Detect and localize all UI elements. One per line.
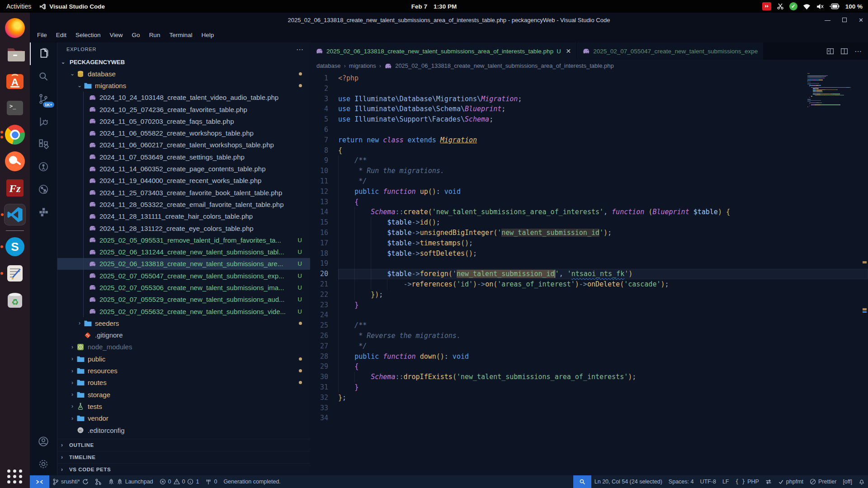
tree-file--gitignore[interactable]: .gitignore — [57, 329, 310, 341]
code-editor[interactable]: 1<?php23use Illuminate\Database\Migratio… — [310, 72, 868, 475]
tree-folder-migrations[interactable]: ⌄migrations — [57, 80, 310, 91]
code-line-32[interactable]: 32}; — [310, 393, 868, 403]
code-line-7[interactable]: 7return new class extends Migration — [310, 135, 868, 145]
restore-button[interactable] — [842, 18, 847, 22]
tree-file-2024-10-24-103148-create-talent-video-audio-table-php[interactable]: 2024_10_24_103148_create_talent_video_au… — [57, 92, 310, 103]
code-line-25[interactable]: 25 /** — [310, 320, 868, 331]
breadcrumb-item[interactable]: migrations — [349, 62, 376, 69]
status-launchpad[interactable]: Launchpad — [105, 475, 156, 488]
activity-run-debug-icon[interactable] — [30, 110, 57, 133]
status-status-message[interactable]: Generation completed. — [220, 475, 283, 488]
status-problems[interactable]: 001 — [156, 475, 203, 488]
status-encoding[interactable]: UTF-8 — [697, 475, 719, 488]
menu-run[interactable]: Run — [145, 29, 165, 41]
status-remote[interactable] — [30, 475, 49, 488]
code-line-34[interactable]: 34 — [310, 413, 868, 423]
tree-file-2025-02-05-095531-remove-talent-id-from-favorites-ta[interactable]: 2025_02_05_095531_remove_talent_id_from_… — [57, 234, 310, 246]
tree-file-2025-02-07-055306-create-new-talent-submissions-ima[interactable]: 2025_02_07_055306_create_new_talent_subm… — [57, 282, 310, 293]
split-editor-button[interactable] — [840, 47, 848, 55]
status-search-status[interactable] — [573, 475, 591, 488]
activity-account-icon[interactable] — [30, 430, 57, 453]
code-line-26[interactable]: 26 * Reverse the migrations. — [310, 331, 868, 341]
status-git-branch[interactable]: srushti* — [49, 475, 92, 488]
code-line-19[interactable]: 19 — [310, 258, 868, 269]
menu-view[interactable]: View — [105, 29, 127, 41]
code-line-23[interactable]: 23 } — [310, 300, 868, 310]
tree-file-2024-10-25-074236-create-favorites-table-php[interactable]: 2024_10_25_074236_create_favorites_table… — [57, 103, 310, 115]
activity-search-icon[interactable] — [30, 65, 57, 88]
code-line-20[interactable]: 20 $table->foreign('new_talent_submissio… — [310, 269, 868, 279]
dock-trash-icon[interactable]: ♻ — [4, 289, 26, 311]
tree-file-2024-11-06-055822-create-workshops-table-php[interactable]: 2024_11_06_055822_create_workshops_table… — [57, 127, 310, 139]
tree-file-2025-02-07-055047-create-new-talent-submissions-exp[interactable]: 2025_02_07_055047_create_new_talent_subm… — [57, 270, 310, 282]
code-line-27[interactable]: 27 */ — [310, 341, 868, 352]
tree-folder-public[interactable]: ›public — [57, 353, 310, 365]
dock-postman-icon[interactable] — [4, 150, 26, 172]
code-line-9[interactable]: 9 /** — [310, 155, 868, 166]
activity-blocks-icon[interactable] — [30, 201, 57, 223]
tree-folder-seeders[interactable]: ›seeders — [57, 317, 310, 329]
dock-chrome-icon[interactable] — [4, 124, 26, 145]
menu-help[interactable]: Help — [197, 29, 218, 41]
menu-edit[interactable]: Edit — [52, 29, 71, 41]
status-prettier[interactable]: Prettier — [807, 475, 840, 488]
code-line-18[interactable]: 18 $table->softDeletes(); — [310, 249, 868, 259]
tree-file-2025-02-07-055529-create-new-talent-submissions-aud[interactable]: 2025_02_07_055529_create_new_talent_subm… — [57, 294, 310, 305]
code-line-8[interactable]: 8{ — [310, 145, 868, 156]
battery-icon[interactable] — [829, 3, 840, 9]
status-cursor-position[interactable]: Ln 20, Col 54 (24 selected) — [591, 475, 665, 488]
code-line-14[interactable]: 14 Schema::create('new_talent_submission… — [310, 207, 868, 217]
tree-file-2024-11-14-060352-create-page-contents-table-php[interactable]: 2024_11_14_060352_create_page_contents_t… — [57, 163, 310, 174]
editor-tab[interactable]: 2025_02_06_133818_create_new_talent_subm… — [310, 42, 576, 60]
status-notifications[interactable] — [855, 475, 868, 488]
tree-file-2025-02-06-133818-create-new-talent-submissions-are[interactable]: 2025_02_06_133818_create_new_talent_subm… — [57, 258, 310, 270]
clock[interactable]: Feb 71:30 PM — [411, 3, 457, 10]
tree-file-2025-02-06-131244-create-new-talent-submissions-tabl[interactable]: 2025_02_06_131244_create_new_talent_subm… — [57, 246, 310, 258]
code-line-12[interactable]: 12 public function up(): void — [310, 187, 868, 197]
close-button[interactable]: ✕ — [859, 17, 863, 23]
code-line-3[interactable]: 3use Illuminate\Database\Migrations\Migr… — [310, 94, 868, 104]
code-line-6[interactable]: 6 — [310, 125, 868, 135]
tree-folder-resources[interactable]: ›resources — [57, 365, 310, 376]
dock-vscode-icon[interactable] — [4, 204, 26, 225]
code-line-33[interactable]: 33 — [310, 403, 868, 413]
code-line-2[interactable]: 2 — [310, 84, 868, 94]
menu-file[interactable]: File — [33, 29, 52, 41]
check-tray-icon[interactable]: ✓ — [789, 2, 797, 10]
code-line-24[interactable]: 24 — [310, 310, 868, 320]
tree-file-2025-02-07-055632-create-new-talent-submissions-vide[interactable]: 2025_02_07_055632_create_new_talent_subm… — [57, 305, 310, 317]
code-line-30[interactable]: 30 Schema::dropIfExists('new_talent_subm… — [310, 372, 868, 382]
scissors-tray-icon[interactable] — [777, 3, 784, 10]
tree-file-2024-11-28-131111-create-hair-colors-table-php[interactable]: 2024_11_28_131111_create_hair_colors_tab… — [57, 211, 310, 222]
activity-source-control-icon[interactable]: 1K+ — [30, 88, 57, 110]
code-line-11[interactable]: 11 */ — [310, 176, 868, 187]
minimap[interactable] — [807, 73, 861, 110]
status-phpfmt[interactable]: phpfmt — [775, 475, 807, 488]
explorer-more-actions[interactable]: ⋯ — [296, 45, 304, 54]
activity-files-explorer-icon[interactable] — [30, 42, 57, 65]
dock-skype-icon[interactable]: S — [4, 236, 26, 258]
activity-circle-nodes-icon[interactable] — [30, 178, 57, 201]
code-line-1[interactable]: 1<?php — [310, 73, 868, 84]
activities-button[interactable]: Activities — [6, 3, 31, 10]
breadcrumb-item[interactable]: database — [316, 62, 341, 69]
close-icon[interactable]: ✕ — [566, 47, 571, 55]
dock-files-icon[interactable] — [4, 44, 26, 66]
status-tunnel[interactable]: 0 — [202, 475, 220, 488]
tree-folder-database[interactable]: ⌄database — [57, 68, 310, 80]
code-line-16[interactable]: 16 $table->unsignedBigInteger('new_talen… — [310, 228, 868, 238]
code-line-17[interactable]: 17 $table->timestamps(); — [310, 238, 868, 249]
activity-circle-graph-icon[interactable] — [30, 155, 57, 178]
tree-file-2024-11-05-070203-create-faqs-table-php[interactable]: 2024_11_05_070203_create_faqs_table.php — [57, 115, 310, 127]
tree-file-2024-11-28-053322-create-email-favorite-talent-table-php[interactable]: 2024_11_28_053322_create_email_favorite_… — [57, 198, 310, 210]
activity-extensions-icon[interactable] — [30, 133, 57, 155]
tree-folder-node-modules[interactable]: ›node_modules — [57, 341, 310, 353]
wifi-icon[interactable] — [803, 3, 811, 10]
code-line-22[interactable]: 22 }); — [310, 290, 868, 300]
tree-folder-routes[interactable]: ›routes — [57, 377, 310, 389]
app-grid-button[interactable] — [7, 469, 23, 483]
tree-file-2024-11-07-053649-create-settings-table-php[interactable]: 2024_11_07_053649_create_settings_table.… — [57, 151, 310, 163]
tree-file--editorconfig[interactable]: ec.editorconfig — [57, 424, 310, 436]
status-pets-toggle[interactable]: [off] — [840, 475, 855, 488]
tree-file-2024-11-28-131122-create-eye-colors-table-php[interactable]: 2024_11_28_131122_create_eye_colors_tabl… — [57, 222, 310, 234]
